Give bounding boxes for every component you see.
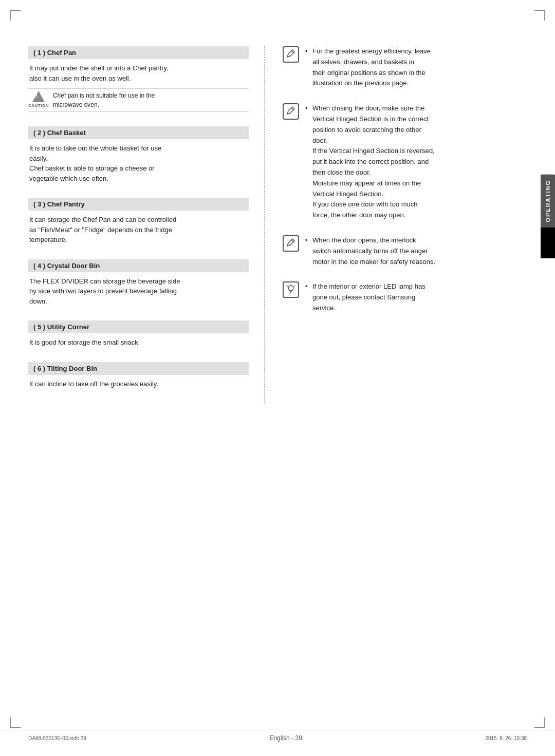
section-1-header: ( 1 ) Chef Pan (28, 46, 249, 59)
caution-icon-wrap: CAUTION (28, 91, 49, 108)
section-2-body: It is able to take out the whole basket … (28, 143, 249, 183)
section-3-body: It can storage the Chef Pan and can be c… (28, 215, 249, 245)
note-4-text: •If the interior or exterior LED lamp ha… (305, 281, 425, 313)
section-5-header: ( 5 ) Utility Corner (28, 320, 249, 333)
section-1-body: It may put under the shelf or into a Che… (28, 63, 249, 83)
section-4-body: The FLEX DIVIDER can storage the beverag… (28, 276, 249, 307)
section-chef-pantry: ( 3 ) Chef Pantry It can storage the Che… (28, 198, 249, 245)
document-page: OPERATING ( 1 ) Chef Pan It may put unde… (0, 0, 555, 756)
side-tab-label: OPERATING (542, 175, 553, 228)
caution-text: Chef pan is not suitable for use in them… (53, 91, 155, 109)
note-item-3: •When the door opens, the interlockswitc… (283, 235, 527, 267)
note-3-icon (283, 235, 299, 252)
note-3-text: •When the door opens, the interlockswitc… (305, 235, 435, 267)
caution-block: CAUTION Chef pan is not suitable for use… (28, 88, 249, 112)
section-5-body: It is good for storage the small snack. (28, 337, 249, 348)
note-item-1: •For the greatest energy efficiency, lea… (283, 46, 527, 89)
section-crystal-door-bin: ( 4 ) Crystal Door Bin The FLEX DIVIDER … (28, 259, 249, 307)
side-tab-operating: OPERATING (541, 175, 555, 258)
section-3-header: ( 3 ) Chef Pantry (28, 198, 249, 211)
corner-tr (534, 10, 545, 21)
note-1-text: •For the greatest energy efficiency, lea… (305, 46, 431, 89)
left-column: ( 1 ) Chef Pan It may put under the shel… (28, 46, 265, 403)
corner-bl (10, 717, 21, 728)
footer-page: English - 39 (269, 734, 302, 742)
caution-label: CAUTION (28, 103, 49, 108)
svg-line-2 (287, 286, 288, 287)
section-6-body: It can incline to take off the groceries… (28, 379, 249, 389)
note-4-icon (283, 281, 299, 298)
svg-line-3 (294, 286, 295, 287)
section-4-header: ( 4 ) Crystal Door Bin (28, 259, 249, 272)
corner-br (534, 717, 545, 728)
footer-file: DA68-03013E-03.indb 39 (28, 735, 86, 741)
section-utility-corner: ( 5 ) Utility Corner It is good for stor… (28, 320, 249, 348)
right-column: •For the greatest energy efficiency, lea… (265, 46, 527, 403)
main-content: ( 1 ) Chef Pan It may put under the shel… (0, 31, 555, 419)
note-1-icon (283, 46, 299, 63)
note-2-text: •When closing the door, make sure theVer… (305, 103, 435, 221)
note-item-2: •When closing the door, make sure theVer… (283, 103, 527, 221)
section-6-header: ( 6 ) Tilting Door Bin (28, 362, 249, 375)
svg-point-0 (288, 286, 293, 291)
note-item-4: •If the interior or exterior LED lamp ha… (283, 281, 527, 313)
caution-triangle-icon (32, 91, 45, 102)
section-tilting-door-bin: ( 6 ) Tilting Door Bin It can incline to… (28, 362, 249, 389)
section-2-header: ( 2 ) Chef Basket (28, 126, 249, 139)
footer-date: 2015. 8. 26. 10:38 (485, 735, 527, 741)
corner-tl (10, 10, 21, 21)
section-chef-basket: ( 2 ) Chef Basket It is able to take out… (28, 126, 249, 183)
side-tab-accent (541, 228, 555, 258)
section-chef-pan: ( 1 ) Chef Pan It may put under the shel… (28, 46, 249, 112)
note-2-icon (283, 103, 299, 120)
page-footer: DA68-03013E-03.indb 39 English - 39 2015… (0, 730, 555, 746)
